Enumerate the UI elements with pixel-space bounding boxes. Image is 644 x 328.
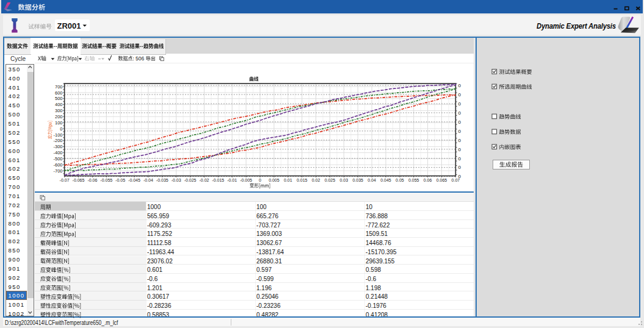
svg-text:0.015: 0.015 (297, 178, 308, 182)
svg-text:0: 0 (458, 138, 461, 143)
svg-text:-0.005: -0.005 (240, 178, 252, 182)
svg-text:0: 0 (458, 147, 461, 152)
svg-text:-0.07: -0.07 (60, 178, 70, 182)
svg-text:-0.035: -0.035 (156, 178, 168, 182)
svg-text:-300: -300 (53, 144, 62, 149)
svg-text:0.055: 0.055 (408, 178, 419, 182)
svg-text:0.065: 0.065 (436, 178, 447, 182)
svg-text:-0.02: -0.02 (200, 178, 209, 182)
svg-text:-0.065: -0.065 (73, 178, 85, 182)
svg-text:-500: -500 (53, 156, 62, 162)
svg-text:-700: -700 (53, 168, 62, 174)
svg-text:0: 0 (458, 165, 461, 170)
svg-text:-0.015: -0.015 (212, 178, 224, 182)
svg-text:0: 0 (458, 110, 461, 116)
svg-text:0.04: 0.04 (367, 178, 376, 182)
svg-text:0: 0 (60, 126, 62, 132)
svg-text:-0.03: -0.03 (172, 178, 181, 182)
svg-text:-0.055: -0.055 (100, 178, 112, 182)
svg-text:300: 300 (55, 108, 63, 113)
svg-text:200: 200 (55, 114, 63, 119)
svg-text:700: 700 (55, 84, 63, 90)
svg-text:0: 0 (458, 119, 461, 125)
svg-text:0: 0 (458, 83, 461, 88)
svg-text:-200: -200 (53, 138, 62, 143)
svg-text:0: 0 (259, 178, 261, 182)
svg-text:-0.04: -0.04 (143, 178, 153, 182)
svg-text:-100: -100 (53, 132, 62, 138)
svg-text:-400: -400 (53, 150, 62, 155)
svg-text:0.03: 0.03 (339, 178, 348, 182)
svg-text:0.01: 0.01 (284, 178, 292, 182)
svg-text:-0.06: -0.06 (87, 178, 97, 182)
svg-text:600: 600 (55, 90, 63, 96)
svg-text:500: 500 (55, 96, 63, 101)
svg-text:0: 0 (458, 92, 461, 98)
svg-text:0.045: 0.045 (380, 178, 391, 182)
svg-text:0: 0 (458, 156, 461, 162)
svg-text:100: 100 (55, 120, 63, 126)
svg-text:0.06: 0.06 (424, 178, 432, 182)
svg-text:-0.025: -0.025 (184, 178, 197, 182)
svg-text:-600: -600 (53, 162, 62, 168)
svg-text:0.07: 0.07 (452, 178, 460, 182)
svg-text:0.05: 0.05 (396, 178, 404, 182)
svg-text:-0.01: -0.01 (227, 178, 237, 182)
svg-text:-0.05: -0.05 (115, 178, 125, 182)
svg-text:0: 0 (458, 129, 461, 134)
svg-text:0.005: 0.005 (269, 178, 280, 182)
svg-text:0.025: 0.025 (325, 178, 336, 182)
svg-text:0.035: 0.035 (352, 178, 363, 182)
svg-text:-0.045: -0.045 (128, 178, 140, 182)
svg-text:400: 400 (55, 102, 63, 107)
svg-text:0: 0 (458, 101, 461, 107)
svg-text:0.02: 0.02 (312, 178, 320, 182)
